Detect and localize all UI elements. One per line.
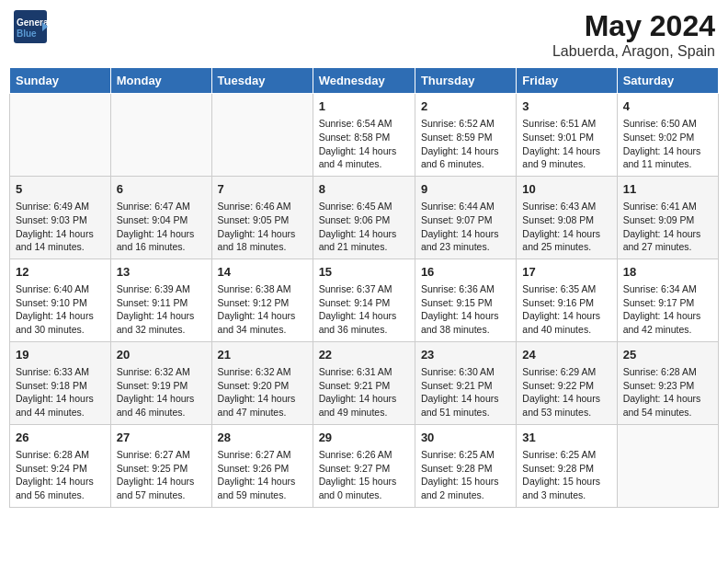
day-info: Sunrise: 6:45 AMSunset: 9:06 PMDaylight:… [319,200,409,254]
day-info: Sunrise: 6:46 AMSunset: 9:05 PMDaylight:… [218,200,307,254]
day-info: Sunrise: 6:29 AMSunset: 9:22 PMDaylight:… [522,365,610,419]
svg-text:Blue: Blue [17,29,37,39]
day-info: Sunrise: 6:38 AMSunset: 9:12 PMDaylight:… [218,282,307,337]
column-header-friday: Friday [517,68,617,94]
day-number: 30 [421,430,510,446]
calendar-cell: 22Sunrise: 6:31 AMSunset: 9:21 PMDayligh… [313,341,415,424]
calendar-header-row: SundayMondayTuesdayWednesdayThursdayFrid… [10,68,719,94]
day-info: Sunrise: 6:37 AMSunset: 9:14 PMDaylight:… [319,282,409,337]
day-number: 21 [218,347,307,363]
calendar-cell [10,94,111,177]
column-header-thursday: Thursday [415,68,516,94]
column-header-monday: Monday [110,68,211,94]
calendar-cell: 14Sunrise: 6:38 AMSunset: 9:12 PMDayligh… [211,259,313,341]
day-number: 15 [319,264,409,281]
day-info: Sunrise: 6:31 AMSunset: 9:21 PMDaylight:… [319,365,409,419]
day-number: 24 [522,347,610,363]
day-info: Sunrise: 6:52 AMSunset: 8:59 PMDaylight:… [421,117,510,171]
day-info: Sunrise: 6:40 AMSunset: 9:10 PMDaylight:… [16,282,105,337]
calendar-cell: 7Sunrise: 6:46 AMSunset: 9:05 PMDaylight… [211,176,313,259]
calendar-cell: 2Sunrise: 6:52 AMSunset: 8:59 PMDaylight… [415,94,516,177]
day-number: 6 [117,181,206,198]
day-info: Sunrise: 6:36 AMSunset: 9:15 PMDaylight:… [421,282,510,337]
day-number: 3 [522,98,610,115]
day-number: 5 [16,181,105,198]
page-header: General Blue May 2024 Labuerda, Aragon, … [9,9,719,60]
calendar-cell: 4Sunrise: 6:50 AMSunset: 9:02 PMDaylight… [617,94,718,177]
day-number: 29 [319,430,409,446]
calendar-cell: 3Sunrise: 6:51 AMSunset: 9:01 PMDaylight… [517,94,617,177]
logo: General Blue [13,9,48,48]
calendar-cell: 31Sunrise: 6:25 AMSunset: 9:28 PMDayligh… [517,424,617,507]
calendar-table: SundayMondayTuesdayWednesdayThursdayFrid… [9,67,719,508]
day-info: Sunrise: 6:50 AMSunset: 9:02 PMDaylight:… [623,117,712,171]
day-info: Sunrise: 6:25 AMSunset: 9:28 PMDaylight:… [522,448,610,502]
day-number: 10 [522,181,610,198]
calendar-cell: 23Sunrise: 6:30 AMSunset: 9:21 PMDayligh… [415,341,516,424]
calendar-cell: 30Sunrise: 6:25 AMSunset: 9:28 PMDayligh… [415,424,516,507]
title-section: May 2024 Labuerda, Aragon, Spain [552,9,715,60]
column-header-tuesday: Tuesday [211,68,313,94]
calendar-week-3: 12Sunrise: 6:40 AMSunset: 9:10 PMDayligh… [10,259,719,341]
day-number: 28 [218,430,307,446]
day-number: 7 [218,181,307,198]
day-number: 13 [117,264,206,281]
page-subtitle: Labuerda, Aragon, Spain [552,43,715,60]
day-number: 31 [522,430,610,446]
day-info: Sunrise: 6:35 AMSunset: 9:16 PMDaylight:… [522,282,610,337]
day-info: Sunrise: 6:33 AMSunset: 9:18 PMDaylight:… [16,365,105,419]
day-info: Sunrise: 6:26 AMSunset: 9:27 PMDaylight:… [319,448,409,502]
column-header-wednesday: Wednesday [313,68,415,94]
calendar-cell: 10Sunrise: 6:43 AMSunset: 9:08 PMDayligh… [517,176,617,259]
calendar-week-2: 5Sunrise: 6:49 AMSunset: 9:03 PMDaylight… [10,176,719,259]
calendar-cell: 26Sunrise: 6:28 AMSunset: 9:24 PMDayligh… [10,424,111,507]
calendar-cell: 21Sunrise: 6:32 AMSunset: 9:20 PMDayligh… [211,341,313,424]
day-info: Sunrise: 6:28 AMSunset: 9:24 PMDaylight:… [16,448,105,502]
calendar-cell: 19Sunrise: 6:33 AMSunset: 9:18 PMDayligh… [10,341,111,424]
day-info: Sunrise: 6:28 AMSunset: 9:23 PMDaylight:… [623,365,712,419]
calendar-cell: 13Sunrise: 6:39 AMSunset: 9:11 PMDayligh… [110,259,211,341]
day-number: 12 [16,264,105,281]
day-info: Sunrise: 6:32 AMSunset: 9:20 PMDaylight:… [218,365,307,419]
day-number: 22 [319,347,409,363]
day-number: 1 [319,98,409,115]
calendar-cell: 17Sunrise: 6:35 AMSunset: 9:16 PMDayligh… [517,259,617,341]
calendar-cell: 20Sunrise: 6:32 AMSunset: 9:19 PMDayligh… [110,341,211,424]
day-number: 23 [421,347,510,363]
day-info: Sunrise: 6:41 AMSunset: 9:09 PMDaylight:… [623,200,712,254]
day-info: Sunrise: 6:27 AMSunset: 9:25 PMDaylight:… [117,448,206,502]
calendar-cell: 28Sunrise: 6:27 AMSunset: 9:26 PMDayligh… [211,424,313,507]
day-number: 14 [218,264,307,281]
column-header-saturday: Saturday [617,68,718,94]
day-number: 27 [117,430,206,446]
calendar-cell: 25Sunrise: 6:28 AMSunset: 9:23 PMDayligh… [617,341,718,424]
day-number: 16 [421,264,510,281]
calendar-cell: 16Sunrise: 6:36 AMSunset: 9:15 PMDayligh… [415,259,516,341]
calendar-cell: 29Sunrise: 6:26 AMSunset: 9:27 PMDayligh… [313,424,415,507]
day-number: 8 [319,181,409,198]
calendar-cell: 24Sunrise: 6:29 AMSunset: 9:22 PMDayligh… [517,341,617,424]
day-info: Sunrise: 6:51 AMSunset: 9:01 PMDaylight:… [522,117,610,171]
calendar-cell: 12Sunrise: 6:40 AMSunset: 9:10 PMDayligh… [10,259,111,341]
day-info: Sunrise: 6:54 AMSunset: 8:58 PMDaylight:… [319,117,409,171]
calendar-cell [110,94,211,177]
calendar-week-1: 1Sunrise: 6:54 AMSunset: 8:58 PMDaylight… [10,94,719,177]
day-number: 17 [522,264,610,281]
calendar-cell: 1Sunrise: 6:54 AMSunset: 8:58 PMDaylight… [313,94,415,177]
calendar-cell: 18Sunrise: 6:34 AMSunset: 9:17 PMDayligh… [617,259,718,341]
day-number: 26 [16,430,105,446]
day-info: Sunrise: 6:44 AMSunset: 9:07 PMDaylight:… [421,200,510,254]
day-number: 25 [623,347,712,363]
day-number: 9 [421,181,510,198]
day-number: 20 [117,347,206,363]
day-number: 4 [623,98,712,115]
calendar-cell [211,94,313,177]
calendar-cell [617,424,718,507]
day-info: Sunrise: 6:32 AMSunset: 9:19 PMDaylight:… [117,365,206,419]
calendar-body: 1Sunrise: 6:54 AMSunset: 8:58 PMDaylight… [10,94,719,508]
calendar-week-4: 19Sunrise: 6:33 AMSunset: 9:18 PMDayligh… [10,341,719,424]
day-info: Sunrise: 6:49 AMSunset: 9:03 PMDaylight:… [16,200,105,254]
calendar-cell: 9Sunrise: 6:44 AMSunset: 9:07 PMDaylight… [415,176,516,259]
page-title: May 2024 [552,9,715,43]
day-info: Sunrise: 6:34 AMSunset: 9:17 PMDaylight:… [623,282,712,337]
